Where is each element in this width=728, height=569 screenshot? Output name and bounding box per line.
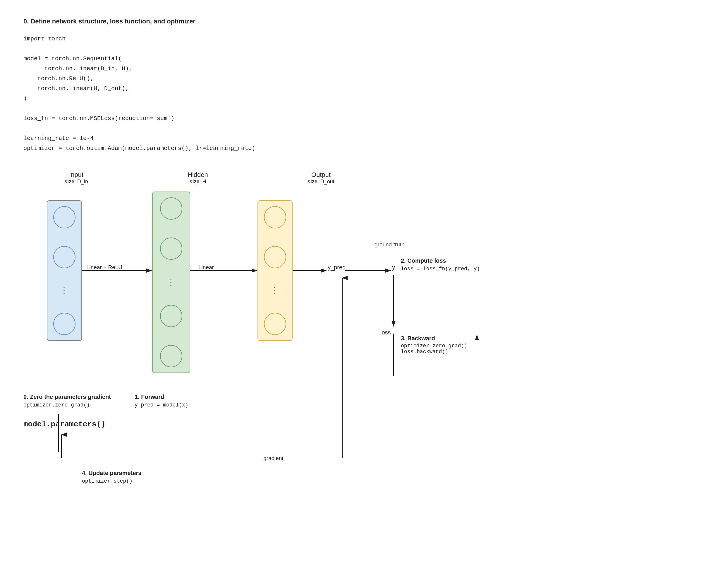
step3-code2: loss.backward() bbox=[401, 349, 467, 355]
hidden-box: ⋮ bbox=[152, 191, 190, 373]
neuron-hidden-2 bbox=[160, 237, 182, 260]
input-box: ⋮ bbox=[47, 200, 82, 341]
loss-label: loss bbox=[380, 329, 391, 336]
code-block: import torch model = torch.nn.Sequential… bbox=[23, 34, 705, 153]
step4-label: 4. Update parameters optimizer.step() bbox=[82, 470, 141, 484]
input-label: Input size: D_in bbox=[64, 171, 88, 185]
neuron-hidden-1 bbox=[160, 197, 182, 220]
step3-label: 3. Backward optimizer.zero_grad() loss.b… bbox=[401, 335, 467, 355]
step0-title: 0. Zero the parameters gradient bbox=[23, 394, 111, 400]
hidden-label: Hidden size: H bbox=[188, 171, 208, 185]
input-label-title: Input bbox=[64, 171, 88, 179]
step4-code: optimizer.step() bbox=[82, 478, 133, 484]
step0-label: 0. Zero the parameters gradient optimize… bbox=[23, 394, 111, 408]
neuron-output-2 bbox=[264, 246, 286, 268]
neuron-input-1 bbox=[53, 206, 75, 228]
neuron-input-3 bbox=[53, 313, 75, 335]
diagram-section: Input size: D_in Hidden size: H Output s… bbox=[23, 171, 705, 566]
dots-output: ⋮ bbox=[271, 286, 280, 295]
output-label: Output size: D_out bbox=[308, 171, 334, 185]
model-params-label: model.parameters() bbox=[23, 420, 106, 429]
step2-label: 2. Compute loss loss = loss_fn(y_pred, y… bbox=[401, 257, 480, 272]
arrow-gradient bbox=[61, 385, 477, 458]
neuron-output-3 bbox=[264, 313, 286, 335]
linear-relu-label: Linear + ReLU bbox=[86, 264, 122, 270]
layer-labels: Input size: D_in Hidden size: H Output s… bbox=[64, 171, 334, 185]
linear-label: Linear bbox=[198, 264, 214, 270]
y-pred-label: y_pred bbox=[328, 264, 346, 271]
dots-input: ⋮ bbox=[60, 286, 69, 295]
page: 0. Define network structure, loss functi… bbox=[0, 0, 728, 569]
arrows-svg bbox=[23, 171, 705, 566]
step2-title: 2. Compute loss bbox=[401, 257, 480, 264]
y-label: y bbox=[392, 264, 395, 271]
output-label-title: Output bbox=[308, 171, 334, 179]
gradient-label: gradient bbox=[263, 455, 284, 462]
step0-code: optimizer.zero_grad() bbox=[23, 402, 90, 408]
step3-title: 3. Backward bbox=[401, 335, 467, 342]
neuron-input-2 bbox=[53, 246, 75, 268]
ground-truth-label: ground truth bbox=[375, 241, 404, 248]
step3-code: optimizer.zero_grad() bbox=[401, 343, 467, 349]
neuron-output-1 bbox=[264, 206, 286, 228]
neuron-hidden-4 bbox=[160, 345, 182, 367]
dots-hidden: ⋮ bbox=[167, 277, 176, 287]
hidden-label-title: Hidden bbox=[188, 171, 208, 179]
code-section: 0. Define network structure, loss functi… bbox=[23, 18, 705, 153]
step4-title: 4. Update parameters bbox=[82, 470, 141, 477]
step1-title: 1. Forward bbox=[135, 394, 188, 400]
code-title: 0. Define network structure, loss functi… bbox=[23, 18, 705, 25]
step1-label: 1. Forward y_pred = model(x) bbox=[135, 394, 188, 408]
neuron-hidden-3 bbox=[160, 305, 182, 327]
output-box: ⋮ bbox=[257, 200, 293, 341]
step2-code: loss = loss_fn(y_pred, y) bbox=[401, 266, 480, 272]
step1-code: y_pred = model(x) bbox=[135, 402, 188, 408]
